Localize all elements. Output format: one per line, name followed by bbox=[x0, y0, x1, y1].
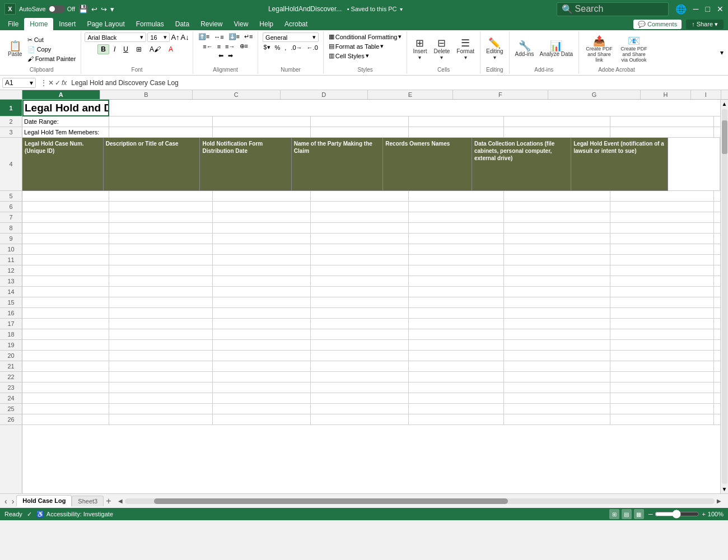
cell-row18-col5[interactable] bbox=[504, 329, 610, 340]
scroll-up-button[interactable]: ▲ bbox=[721, 100, 728, 108]
cell-row9-col2[interactable] bbox=[213, 234, 311, 244]
tab-insert[interactable]: Insert bbox=[53, 18, 81, 30]
cell-row7-col2[interactable] bbox=[213, 212, 311, 223]
cell-E2[interactable] bbox=[409, 116, 504, 127]
cell-row6-colH[interactable] bbox=[714, 202, 720, 212]
cell-row13-col4[interactable] bbox=[409, 276, 504, 287]
cell-row11-col1[interactable] bbox=[109, 255, 213, 265]
col-header-E[interactable]: E bbox=[368, 90, 453, 99]
normal-view-button[interactable]: ⊞ bbox=[609, 509, 619, 519]
cell-row6-col6[interactable] bbox=[610, 202, 714, 212]
cell-row20-colH[interactable] bbox=[714, 351, 720, 361]
cell-row21-col4[interactable] bbox=[409, 361, 504, 372]
cell-row20-col4[interactable] bbox=[409, 351, 504, 361]
addins-button[interactable]: 🔧 Add-ins bbox=[513, 40, 536, 58]
cell-row24-col2[interactable] bbox=[213, 393, 311, 404]
cell-row13-col2[interactable] bbox=[213, 276, 311, 287]
cell-row21-col6[interactable] bbox=[610, 361, 714, 372]
sheet-next-button[interactable]: › bbox=[10, 497, 17, 506]
cell-row7-col5[interactable] bbox=[504, 212, 610, 223]
row-header-13[interactable]: 13 bbox=[0, 276, 22, 287]
cell-row21-col5[interactable] bbox=[504, 361, 610, 372]
wrap-text-button[interactable]: ↵≡ bbox=[242, 32, 254, 41]
cell-F4-header[interactable]: Data Collection Locations (file cabinets… bbox=[472, 138, 571, 191]
cell-row17-col2[interactable] bbox=[213, 319, 311, 329]
cell-row5-col0[interactable] bbox=[22, 191, 109, 202]
cell-row7-col0[interactable] bbox=[22, 212, 109, 223]
col-header-F[interactable]: F bbox=[453, 90, 548, 99]
cell-row18-colH[interactable] bbox=[714, 329, 720, 340]
cell-row9-col1[interactable] bbox=[109, 234, 213, 244]
cell-row24-col0[interactable] bbox=[22, 393, 109, 404]
cell-row26-col3[interactable] bbox=[311, 414, 409, 425]
cell-row14-col5[interactable] bbox=[504, 287, 610, 297]
row-header-3[interactable]: 3 bbox=[0, 127, 22, 138]
cell-row11-col2[interactable] bbox=[213, 255, 311, 265]
col-header-D[interactable]: D bbox=[281, 90, 368, 99]
cell-row12-col0[interactable] bbox=[22, 265, 109, 276]
italic-button[interactable]: I bbox=[110, 44, 119, 54]
cell-row7-col6[interactable] bbox=[610, 212, 714, 223]
row-header-24[interactable]: 24 bbox=[0, 393, 22, 404]
cell-row17-col3[interactable] bbox=[311, 319, 409, 329]
web-icon[interactable]: 🌐 bbox=[675, 4, 687, 15]
cell-row22-col5[interactable] bbox=[504, 372, 610, 382]
font-color-button[interactable]: A bbox=[165, 44, 176, 54]
format-painter-button[interactable]: 🖌 Format Painter bbox=[26, 55, 78, 63]
undo-icon[interactable]: ↩ bbox=[91, 5, 97, 13]
zoom-out-button[interactable]: ─ bbox=[648, 511, 653, 517]
minimize-button[interactable]: ─ bbox=[693, 4, 699, 13]
cut-button[interactable]: ✂ Cut bbox=[26, 36, 78, 44]
cell-row16-colH[interactable] bbox=[714, 308, 720, 319]
cell-row17-col0[interactable] bbox=[22, 319, 109, 329]
cell-row25-col0[interactable] bbox=[22, 404, 109, 414]
cell-row16-col1[interactable] bbox=[109, 308, 213, 319]
cell-row9-col4[interactable] bbox=[409, 234, 504, 244]
redo-icon[interactable]: ↪ bbox=[101, 5, 107, 13]
close-button[interactable]: ✕ bbox=[717, 4, 724, 13]
cell-row24-col6[interactable] bbox=[610, 393, 714, 404]
row-header-4[interactable]: 4 bbox=[0, 138, 22, 191]
cell-row22-col3[interactable] bbox=[311, 372, 409, 382]
cell-row14-colH[interactable] bbox=[714, 287, 720, 297]
cell-row12-col2[interactable] bbox=[213, 265, 311, 276]
fill-color-button[interactable]: A🖌 bbox=[146, 44, 164, 54]
row-header-18[interactable]: 18 bbox=[0, 329, 22, 340]
cell-row16-col5[interactable] bbox=[504, 308, 610, 319]
sheet-prev-button[interactable]: ‹ bbox=[2, 497, 10, 506]
cell-row19-colH[interactable] bbox=[714, 340, 720, 351]
cell-row20-col6[interactable] bbox=[610, 351, 714, 361]
cell-row26-col4[interactable] bbox=[409, 414, 504, 425]
col-header-I[interactable]: I bbox=[691, 90, 721, 99]
cell-F3[interactable] bbox=[504, 127, 610, 138]
cell-row20-col2[interactable] bbox=[213, 351, 311, 361]
cell-B3[interactable] bbox=[109, 127, 213, 138]
cell-row9-col5[interactable] bbox=[504, 234, 610, 244]
scroll-right-button[interactable]: ▶ bbox=[717, 498, 721, 504]
cell-row9-colH[interactable] bbox=[714, 234, 720, 244]
cell-row17-col5[interactable] bbox=[504, 319, 610, 329]
cell-row11-col5[interactable] bbox=[504, 255, 610, 265]
row-header-15[interactable]: 15 bbox=[0, 297, 22, 308]
accessibility-area[interactable]: ♿ Accessibility: Investigate bbox=[36, 511, 113, 518]
merge-center-button[interactable]: ⊕≡ bbox=[238, 42, 250, 50]
number-format-selector[interactable]: General ▾ bbox=[263, 32, 319, 42]
cell-row13-col6[interactable] bbox=[610, 276, 714, 287]
row-header-14[interactable]: 14 bbox=[0, 287, 22, 297]
cell-row6-col3[interactable] bbox=[311, 202, 409, 212]
cell-row26-colH[interactable] bbox=[714, 414, 720, 425]
cell-row22-col1[interactable] bbox=[109, 372, 213, 382]
cell-D4-header[interactable]: Name of the Party Making the Claim bbox=[292, 138, 383, 191]
cell-row8-col4[interactable] bbox=[409, 223, 504, 234]
autosave-toggle[interactable] bbox=[48, 5, 65, 13]
cell-row14-col6[interactable] bbox=[610, 287, 714, 297]
cell-row14-col4[interactable] bbox=[409, 287, 504, 297]
cell-row16-col2[interactable] bbox=[213, 308, 311, 319]
cell-styles-button[interactable]: ▥ Cell Styles ▾ bbox=[327, 52, 371, 60]
vertical-scrollbar[interactable]: ▲ ▼ bbox=[720, 100, 728, 493]
cell-row19-col3[interactable] bbox=[311, 340, 409, 351]
font-shrink-icon[interactable]: A↓ bbox=[181, 33, 189, 41]
cell-row11-col6[interactable] bbox=[610, 255, 714, 265]
tab-review[interactable]: Review bbox=[195, 18, 228, 30]
cell-row19-col0[interactable] bbox=[22, 340, 109, 351]
